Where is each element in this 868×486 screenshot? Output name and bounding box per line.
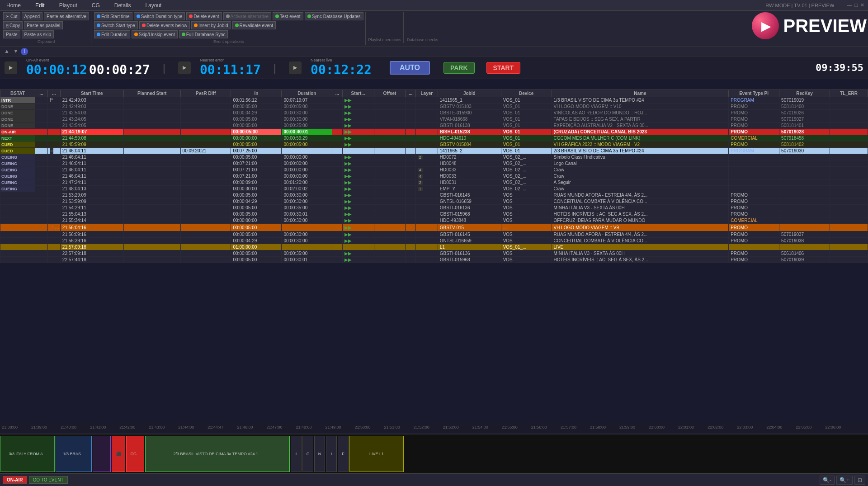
row-dots4[interactable] <box>406 173 415 179</box>
row-menu2[interactable] <box>47 173 60 179</box>
strip-item[interactable]: LIVE L1 <box>349 436 404 472</box>
delete-event-button[interactable]: Delete event <box>186 12 222 20</box>
row-dots3[interactable] <box>332 244 342 250</box>
row-menu1[interactable] <box>35 110 47 116</box>
strip-item[interactable] <box>93 436 111 472</box>
test-event-button[interactable]: Test event <box>273 12 303 20</box>
row-menu1[interactable] <box>35 179 47 186</box>
col-pvsr[interactable]: PvsR Diff <box>180 90 231 97</box>
row-dots4[interactable] <box>406 192 415 198</box>
row-menu1[interactable] <box>35 160 47 167</box>
row-dots3[interactable] <box>332 224 342 231</box>
paste-alt-button[interactable]: Paste as alternative <box>44 12 89 20</box>
menu-item-layout[interactable]: Layout <box>142 1 164 9</box>
menu-item-playout[interactable]: Playout <box>57 1 80 9</box>
row-dots3[interactable] <box>332 167 342 173</box>
on-air-button[interactable]: ON-AIR <box>3 476 27 484</box>
row-menu2[interactable] <box>47 198 60 205</box>
strip-item[interactable]: F <box>338 436 349 472</box>
row-menu2[interactable] <box>47 244 60 250</box>
row-dots3[interactable] <box>332 123 342 129</box>
row-dots4[interactable] <box>406 167 415 173</box>
row-menu2[interactable] <box>47 142 60 148</box>
row-menu2[interactable] <box>47 167 60 173</box>
close-icon[interactable]: ✕ <box>860 2 864 8</box>
row-menu2[interactable] <box>47 129 60 135</box>
maximize-icon[interactable]: □ <box>854 2 858 8</box>
insert-jobid-button[interactable]: Insert by JobId <box>191 21 231 29</box>
table-row[interactable]: CUEING21:46:04:1100:07:21:0000:00:00:00▶… <box>0 160 868 167</box>
row-menu2[interactable] <box>47 116 60 123</box>
row-dots3[interactable] <box>332 148 342 154</box>
row-dots3[interactable] <box>332 160 342 167</box>
menu-item-details[interactable]: Details <box>112 1 134 9</box>
row-menu1[interactable] <box>35 192 47 198</box>
table-row[interactable]: CUEING21:47:24:1100:00:09:0000:01:20:00▶… <box>0 179 868 186</box>
col-evtype[interactable]: Event Type Pl <box>729 90 779 97</box>
skip-unskip-button[interactable]: Skip/Unskip event <box>132 30 178 38</box>
edit-start-button[interactable]: Edit Start time <box>94 12 132 20</box>
strip-item[interactable]: 2/3 BRASIL VISTO DE CIMA 3a TEMPO #24 1.… <box>145 436 290 472</box>
row-menu2[interactable] <box>47 211 60 217</box>
row-dots3[interactable] <box>332 257 342 263</box>
table-row[interactable]: CUEING21:48:04:1300:00:30:0000:02:00:02▶… <box>0 186 868 192</box>
row-menu1[interactable] <box>35 173 47 179</box>
col-device[interactable]: Device <box>501 90 552 97</box>
col-duration[interactable]: Duration <box>282 90 332 97</box>
row-dots3[interactable] <box>332 173 342 179</box>
row-menu1[interactable] <box>35 244 47 250</box>
table-row[interactable]: DONE21:43:54:0500:00:05:0000:00:25:00▶▶G… <box>0 123 868 129</box>
row-dots3[interactable] <box>332 250 342 257</box>
col-layer[interactable]: Layer <box>415 90 438 97</box>
row-dots4[interactable] <box>406 123 415 129</box>
row-dots4[interactable] <box>406 205 415 211</box>
paste-parallel-button[interactable]: Paste as parallel <box>24 21 63 29</box>
row-dots4[interactable] <box>406 97 415 104</box>
row-dots4[interactable] <box>406 217 415 224</box>
row-dots4[interactable] <box>406 135 415 142</box>
col-in[interactable]: In <box>231 90 282 97</box>
row-menu2[interactable] <box>47 160 60 167</box>
strip-item[interactable]: ⬛ <box>112 436 125 472</box>
row-menu2[interactable] <box>47 217 60 224</box>
edit-duration-button[interactable]: Edit Duration <box>94 30 130 38</box>
strip-item[interactable]: 3/3 ITALY FROM A... <box>0 436 55 472</box>
row-menu2[interactable] <box>47 192 60 198</box>
row-dots4[interactable] <box>406 231 415 238</box>
col-jobid[interactable]: JobId <box>438 90 501 97</box>
row-menu2[interactable]: ■ <box>47 148 60 154</box>
row-menu1[interactable] <box>35 250 47 257</box>
auto-button[interactable]: AUTO <box>390 61 430 75</box>
nav-up-icon[interactable]: ▲ <box>3 48 11 55</box>
switch-start-button[interactable]: Switch Start type <box>94 21 138 29</box>
table-row[interactable]: 21:55:04:1300:00:05:0000:00:30:01▶▶GBSTI… <box>0 211 868 217</box>
copy-button[interactable]: ⎘ Copy <box>3 21 23 29</box>
row-dots3[interactable] <box>332 135 342 142</box>
sync-db-button[interactable]: Sync Database Updates <box>305 12 363 20</box>
table-row[interactable]: 22:57:44:1800:00:05:0000:00:30:01▶▶GBSTI… <box>0 257 868 263</box>
row-menu1[interactable] <box>35 198 47 205</box>
table-row[interactable]: DONE21:42:49:0300:00:05:0000:00:05:00▶▶G… <box>0 104 868 110</box>
table-row[interactable]: 21:56:39:1600:00:04:2900:00:30:00▶▶GNTSL… <box>0 238 868 244</box>
row-dots4[interactable] <box>406 186 415 192</box>
row-dots4[interactable] <box>406 110 415 116</box>
row-dots3[interactable] <box>332 154 342 160</box>
table-row[interactable]: DONE21:43:24:0500:00:05:0000:00:30:00▶▶V… <box>0 116 868 123</box>
col-offset[interactable]: Offset <box>374 90 406 97</box>
table-row[interactable]: 22:57:09:1800:00:05:0000:00:35:00▶▶GBSTI… <box>0 250 868 257</box>
row-menu1[interactable] <box>35 148 47 154</box>
menu-item-edit[interactable]: Edit <box>33 1 47 9</box>
row-menu1[interactable] <box>35 217 47 224</box>
row-menu1[interactable] <box>35 97 47 104</box>
row-dots4[interactable] <box>406 211 415 217</box>
revalidate-button[interactable]: Revalidate event <box>232 21 276 29</box>
col-name[interactable]: Name <box>552 90 729 97</box>
zoom-in-button[interactable]: 🔍+ <box>836 476 853 485</box>
col-dots2[interactable]: ... <box>47 90 60 97</box>
row-menu2[interactable] <box>47 205 60 211</box>
row-menu2[interactable] <box>47 135 60 142</box>
table-row[interactable]: 21:57:09:1801:00:00:00L1VOS_01_...LIVE <box>0 244 868 250</box>
menu-item-cg[interactable]: CG <box>89 1 103 9</box>
row-dots4[interactable] <box>406 244 415 250</box>
row-menu1[interactable] <box>35 142 47 148</box>
